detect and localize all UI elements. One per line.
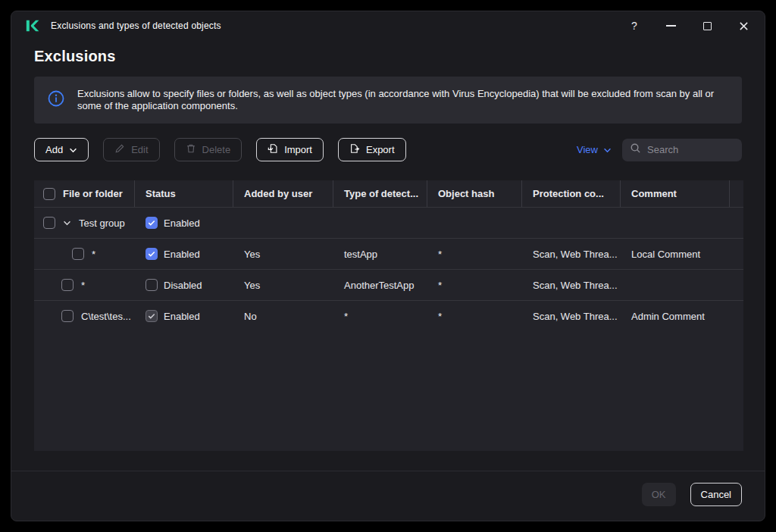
page-title: Exclusions [34,48,742,66]
added-by-user-value: Yes [233,239,333,269]
comment-value: Local Comment [621,239,730,269]
export-button-label: Export [366,144,395,155]
type-value: * [333,301,427,331]
file-or-folder-value: * [81,280,85,291]
table-header-row: File or folder Status Added by user Type… [34,180,743,207]
footer: OK Cancel [11,471,765,521]
comment-value [621,270,730,300]
search-icon [630,142,641,157]
status-checkbox-locked[interactable] [146,310,158,322]
file-or-folder-value: * [92,249,95,260]
table-row[interactable]: * Disabled Yes AnotherTestApp * Scan, We… [34,269,743,300]
edit-button[interactable]: Edit [103,138,159,161]
import-icon [268,143,278,156]
row-checkbox[interactable] [43,217,55,229]
table-row[interactable]: * Enabled Yes testApp * Scan, Web Threa.… [34,238,743,269]
added-by-user-value: No [233,301,333,331]
header-spacer [730,180,743,207]
status-checkbox[interactable] [146,279,158,291]
delete-button[interactable]: Delete [174,138,242,161]
status-label: Disabled [164,280,202,291]
kaspersky-logo-icon [25,18,40,33]
toolbar: Add Edit Delete Import [34,138,742,161]
add-button[interactable]: Add [34,138,89,161]
row-checkbox[interactable] [72,248,84,260]
app-window: Exclusions and types of detected objects… [11,11,765,521]
protection-value: Scan, Web Threa... [522,270,621,300]
header-added-by-user[interactable]: Added by user [233,180,333,207]
info-icon [48,90,64,110]
row-checkbox[interactable] [61,310,74,322]
object-hash-value: * [427,270,522,300]
row-checkbox[interactable] [61,279,74,291]
export-icon [349,143,360,156]
banner-text: Exclusions allow to specify files or fol… [77,88,728,112]
trash-icon [186,143,196,156]
search-box [622,139,742,161]
header-object-hash[interactable]: Object hash [427,180,522,207]
protection-value: Scan, Web Threa... [522,301,621,331]
search-input[interactable] [647,144,734,155]
chevron-down-icon [603,144,612,155]
info-banner: Exclusions allow to specify files or fol… [34,77,742,124]
ok-button[interactable]: OK [642,483,676,506]
status-checkbox[interactable] [146,217,158,229]
table-row-group[interactable]: Test group Enabled [34,207,743,238]
close-icon[interactable] [737,20,749,32]
exclusions-table: File or folder Status Added by user Type… [34,180,743,451]
cancel-button[interactable]: Cancel [690,483,742,506]
import-button-label: Import [284,144,312,155]
header-comment[interactable]: Comment [621,180,730,207]
pencil-icon [114,143,125,156]
header-file-or-folder[interactable]: File or folder [34,180,135,207]
object-hash-value: * [427,301,522,331]
type-value: AnotherTestApp [333,270,427,300]
comment-value: Admin Comment [621,301,730,331]
chevron-down-icon [69,144,77,155]
window-title: Exclusions and types of detected objects [51,20,221,31]
group-expand-chevron-icon[interactable] [63,221,71,226]
object-hash-value: * [427,239,522,269]
view-dropdown-label: View [577,144,598,155]
help-icon[interactable]: ? [628,20,640,32]
maximize-icon[interactable] [701,20,713,32]
select-all-checkbox[interactable] [43,188,55,200]
header-status[interactable]: Status [135,180,233,207]
minimize-icon[interactable] [665,20,677,32]
protection-value: Scan, Web Threa... [522,239,621,269]
status-checkbox[interactable] [146,248,158,260]
import-button[interactable]: Import [256,138,324,161]
header-type-of-detected[interactable]: Type of detect... [333,180,427,207]
header-protection-components[interactable]: Protection co... [522,180,621,207]
added-by-user-value: Yes [233,270,333,300]
group-name: Test group [79,217,125,229]
add-button-label: Add [45,144,63,155]
export-button[interactable]: Export [338,138,406,161]
status-label: Enabled [164,311,200,322]
table-row[interactable]: C\test\tes... Enabled No * * Scan, Web T… [34,300,743,331]
status-label: Enabled [164,217,200,229]
status-label: Enabled [164,249,200,260]
type-value: testApp [333,239,427,269]
edit-button-label: Edit [131,144,148,155]
titlebar: Exclusions and types of detected objects… [11,11,765,40]
file-or-folder-value: C\test\tes... [81,311,131,322]
delete-button-label: Delete [202,144,231,155]
view-dropdown[interactable]: View [577,144,612,155]
